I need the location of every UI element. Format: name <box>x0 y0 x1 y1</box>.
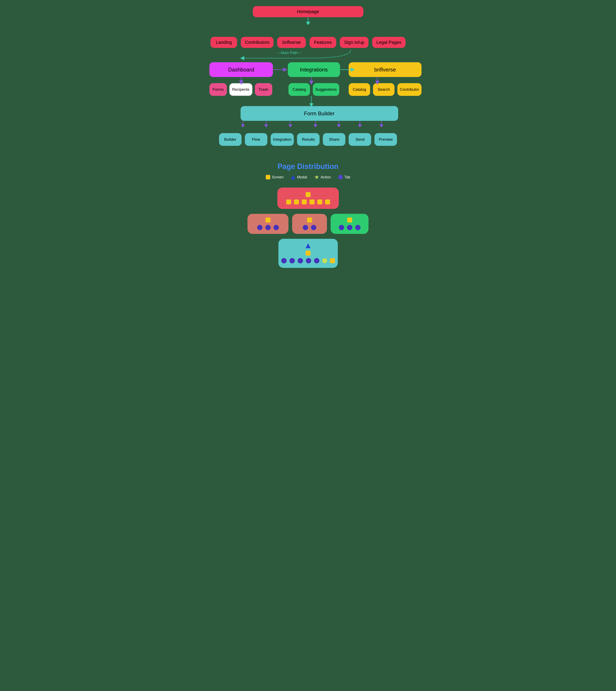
screen-dot <box>302 199 307 204</box>
formbuilder-dist-card <box>279 239 338 268</box>
landing-dist-card <box>247 214 288 234</box>
integrations-to-formbuilder <box>210 96 406 106</box>
tab-dot <box>265 225 271 230</box>
dist-row2 <box>247 214 369 234</box>
flow-tab-node: Flow <box>245 133 267 146</box>
dashboard-node: Dashboard <box>210 62 273 77</box>
integrations-catalog-node: Catalog <box>288 83 310 96</box>
tab-dot <box>257 225 262 230</box>
modal-icon <box>291 175 295 179</box>
tab-dot <box>281 258 287 263</box>
screen-dot <box>286 199 291 204</box>
results-tab-node: Results <box>297 133 320 146</box>
screen-dot <box>294 199 299 204</box>
screen-dot <box>330 258 335 263</box>
tab-dot <box>347 225 352 230</box>
screen-dot <box>265 217 270 222</box>
form-builder-node: Form Builder <box>241 106 398 121</box>
screen-dot <box>306 251 311 256</box>
integrations-dist-card <box>331 214 369 234</box>
features-node: Features <box>310 37 336 48</box>
tab-dot <box>303 225 308 230</box>
formbuilder-arrows <box>210 121 406 127</box>
page-distribution-section: Page Distribution Screen Modal ⬡ Action … <box>210 162 406 268</box>
briflverse-catalog-node: Catalog <box>349 83 370 96</box>
integrations-node: Integrations <box>288 62 340 77</box>
send-tab-node: Send <box>349 133 371 146</box>
dashboard-arrow-down <box>210 77 250 83</box>
screen-dot <box>347 217 352 222</box>
legend-modal: Modal <box>291 175 307 179</box>
contributor-node: Contributor <box>397 83 421 96</box>
page-dist-title: Page Distribution <box>278 162 338 171</box>
legend-tab: Tab <box>338 175 350 179</box>
homepage-top-row <box>306 192 311 197</box>
tab-dot <box>355 225 360 230</box>
tab-dot <box>339 225 344 230</box>
screen-dot <box>317 199 322 204</box>
tab-dot <box>273 225 279 230</box>
screen-dot <box>325 199 330 204</box>
screen-dot <box>310 199 314 204</box>
homepage-node: Homepage <box>253 6 364 17</box>
action-icon: ⬡ <box>314 175 319 179</box>
legend-action: ⬡ Action <box>314 175 331 179</box>
trash-node: Trash <box>255 83 272 96</box>
preview-tab-node: Preview <box>374 133 397 146</box>
arrow-homepage-down <box>306 17 310 25</box>
tab-dot <box>314 258 320 263</box>
landing-node: Landing <box>211 37 237 48</box>
builder-tab-node: Builder <box>219 133 242 146</box>
contributors-dist-card <box>292 214 327 234</box>
briflverse-mid-node: briflverse <box>349 62 421 77</box>
suggestions-node: Suggestions <box>313 83 339 96</box>
recipents-node: Recipents <box>229 83 252 96</box>
share-tab-node: Share <box>323 133 345 146</box>
search-node: Search <box>373 83 395 96</box>
signin-node: Sign in/up <box>340 37 369 48</box>
tab-dot <box>289 258 295 263</box>
forms-node: Forms <box>210 83 227 96</box>
tab-dot <box>306 258 311 263</box>
dist-cards-container <box>247 188 369 268</box>
legal-node: Legal Pages <box>372 37 405 48</box>
action-dot <box>322 258 327 263</box>
main-path-arrow: ---Main Path--- <box>210 48 406 60</box>
tab-icon <box>338 175 343 179</box>
briflverse-top-node: briflverse <box>277 37 306 48</box>
screen-dot <box>306 192 311 197</box>
svg-text:---Main Path---: ---Main Path--- <box>277 51 301 55</box>
legend-screen: Screen <box>266 175 284 179</box>
screen-dot <box>307 217 312 222</box>
integration-tab-node: Integration <box>271 133 294 146</box>
homepage-bottom-row <box>286 199 330 204</box>
tab-dot <box>298 258 303 263</box>
modal-dot <box>306 243 311 248</box>
contributors-node: Contributors <box>241 37 273 48</box>
tab-dot <box>311 225 316 230</box>
screen-icon <box>266 175 270 179</box>
legend-row: Screen Modal ⬡ Action Tab <box>266 175 350 179</box>
homepage-dist-card <box>278 188 339 209</box>
